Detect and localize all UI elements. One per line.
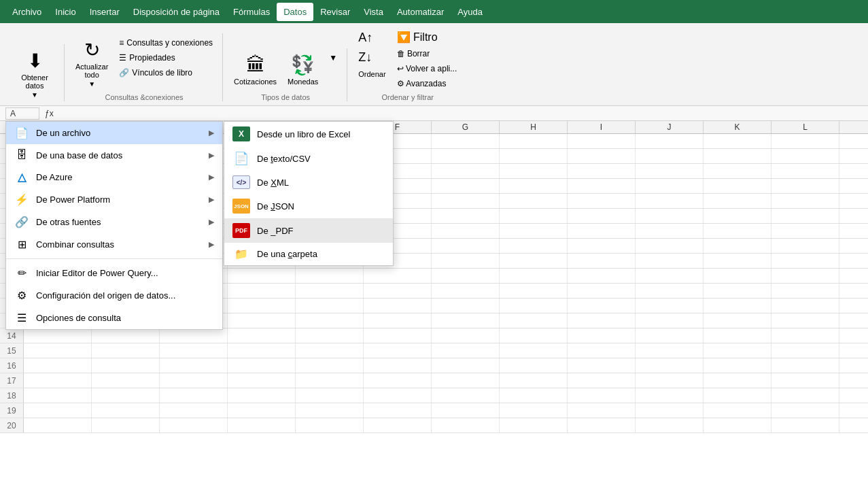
menu-item-configuracion-origen[interactable]: ⚙ Configuración del origen de datos... [6, 284, 222, 307]
opciones-icon: ☰ [14, 311, 29, 324]
de-pdf-label: De _PDF [257, 226, 293, 236]
azure-icon: △ [14, 171, 29, 184]
combinar-label: Combinar consultas [36, 239, 114, 250]
menu-insertar[interactable]: Insertar [83, 3, 126, 21]
carpeta-icon: 📁 [232, 248, 250, 260]
iniciar-editor-label: Iniciar Editor de Power Query... [36, 268, 158, 278]
vinculos-label: Vínculos de libro [132, 68, 192, 78]
menu-item-de-base-datos[interactable]: 🗄 De una base de datos ▶ [6, 144, 222, 166]
consultas-group-label: Consultas &conexiones [105, 90, 184, 101]
consultas-conexiones-button[interactable]: ≡ Consultas y conexiones [115, 36, 217, 50]
menu-datos[interactable]: Datos [277, 3, 313, 21]
menu-item-opciones-consulta[interactable]: ☰ Opciones de consulta [6, 307, 222, 329]
vinculos-icon: 🔗 [119, 68, 129, 78]
base-datos-arrow: ▶ [209, 151, 214, 160]
texto-csv-icon: 📄 [232, 151, 250, 166]
col-l: L [771, 121, 839, 133]
ordenar-az-button[interactable]: A↑ [354, 29, 389, 47]
ribbon-group-ordenar: A↑ Z↓ Ordenar 🔽 Filtro 🗑 Borrar ↩ Volver… [349, 26, 466, 101]
borrar-button[interactable]: 🗑 Borrar [393, 47, 462, 61]
consultas-icon: ≡ [119, 38, 124, 48]
main-area: A B C D E F G H I J K L 1 2 3 4 5 6 7 8 … [0, 121, 868, 433]
avanzadas-button[interactable]: ⚙ Avanzadas [393, 77, 462, 90]
menu-archivo[interactable]: Archivo [5, 3, 48, 21]
table-row: 14 [0, 328, 868, 343]
monedas-button[interactable]: 💱 Monedas [283, 51, 322, 88]
monedas-icon: 💱 [291, 54, 315, 76]
menu-item-de-una-carpeta[interactable]: 📁 De una carpeta [224, 243, 393, 265]
configuracion-origen-label: Configuración del origen de datos... [36, 290, 175, 301]
menu-disposicion[interactable]: Disposición de página [126, 3, 226, 21]
propiedades-icon: ☰ [119, 53, 126, 63]
json-icon: JSON [232, 199, 250, 214]
dropdown-l1-menu: 📄 De un archivo ▶ X Desde un libro de Ex… [5, 121, 223, 330]
col-h: H [500, 121, 568, 133]
obtener-datos-button[interactable]: ⬇ Obtenerdatos ▼ [11, 47, 58, 101]
dropdown-divider-1 [6, 258, 222, 259]
desde-libro-excel-label: Desde un libro de Excel [257, 129, 350, 139]
table-row: 16 [0, 358, 868, 373]
cotizaciones-button[interactable]: 🏛 Cotizaciones [230, 51, 281, 88]
menu-item-de-un-archivo[interactable]: 📄 De un archivo ▶ X Desde un libro de Ex… [6, 122, 222, 144]
menu-formulas[interactable]: Fórmulas [226, 3, 277, 21]
actualizar-todo-button[interactable]: ↻ Actualizartodo ▼ [71, 36, 112, 90]
ribbon-group-actualizar: ↻ Actualizartodo ▼ ≡ Consultas y conexio… [66, 33, 223, 101]
menu-vista[interactable]: Vista [357, 3, 390, 21]
xml-icon: </> [232, 175, 250, 189]
cell-name-box[interactable]: A [5, 107, 39, 120]
otras-fuentes-label: De otras fuentes [36, 217, 101, 227]
table-row: 15 [0, 343, 868, 358]
menu-inicio[interactable]: Inicio [48, 3, 82, 21]
tipos-expand-button[interactable]: ▼ [325, 51, 341, 65]
ordenar-za-button[interactable]: Z↓ [354, 48, 389, 67]
power-platform-icon: ⚡ [14, 193, 29, 206]
de-xml-label: De XML [257, 177, 289, 188]
ribbon: ⬇ Obtenerdatos ▼ ↻ Actualizartodo ▼ ≡ Co… [0, 23, 868, 106]
menu-item-de-xml[interactable]: </> De XML [224, 171, 393, 194]
otras-fuentes-arrow: ▶ [209, 218, 214, 226]
menu-item-iniciar-editor[interactable]: ✏ Iniciar Editor de Power Query... [6, 262, 222, 284]
power-platform-label: De Power Platform [36, 194, 110, 205]
volver-aplicar-button[interactable]: ↩ Volver a apli... [393, 62, 462, 75]
row-num-14: 14 [0, 328, 24, 343]
row-num-15: 15 [0, 343, 24, 358]
consultas-label: Consultas y conexiones [126, 38, 213, 48]
tipos-group-label: Tipos de datos [261, 90, 310, 101]
obtener-datos-dropdown-arrow: ▼ [31, 91, 38, 99]
menu-item-de-azure[interactable]: △ De Azure ▶ [6, 166, 222, 188]
row-num-20: 20 [0, 418, 24, 433]
table-row: 19 [0, 403, 868, 418]
ordenar-group-label: Ordenar y filtrar [382, 90, 434, 101]
filtro-button[interactable]: 🔽 Filtro [393, 29, 462, 46]
azure-arrow: ▶ [209, 173, 214, 182]
vinculos-libro-button[interactable]: 🔗 Vínculos de libro [115, 66, 217, 80]
menu-item-de-otras-fuentes[interactable]: 🔗 De otras fuentes ▶ [6, 211, 222, 233]
menu-automatizar[interactable]: Automatizar [390, 3, 451, 21]
ordenar-button[interactable]: Ordenar [354, 68, 389, 80]
menu-item-combinar-consultas[interactable]: ⊞ Combinar consultas ▶ [6, 233, 222, 256]
pdf-icon: PDF [232, 223, 250, 238]
actualizar-label: Actualizartodo [75, 63, 108, 79]
actualizar-arrow: ▼ [88, 80, 95, 88]
monedas-label: Monedas [288, 78, 318, 86]
menu-item-de-json[interactable]: JSON De JSON [224, 194, 393, 218]
menu-item-de-texto-csv[interactable]: 📄 De texto/CSV [224, 146, 393, 171]
obtener-datos-label: Obtenerdatos [21, 73, 48, 90]
dropdown-l2-menu: X Desde un libro de Excel 📄 De texto/CSV… [224, 121, 394, 266]
menu-item-de-power-platform[interactable]: ⚡ De Power Platform ▶ [6, 188, 222, 211]
col-g: G [432, 121, 500, 133]
table-row: 18 [0, 388, 868, 403]
archivo-icon: 📄 [14, 126, 29, 139]
editor-icon: ✏ [14, 267, 29, 280]
de-json-label: De JSON [257, 201, 294, 211]
otras-fuentes-icon: 🔗 [14, 216, 29, 228]
ordenar-za-icon: Z↓ [358, 50, 372, 65]
menu-ayuda[interactable]: Ayuda [451, 3, 489, 21]
propiedades-button[interactable]: ☰ Propiedades [115, 51, 217, 65]
menu-item-de-pdf[interactable]: PDF De _PDF [224, 218, 393, 243]
formula-bar-icon: ƒx [45, 109, 54, 118]
menu-revisar[interactable]: Revisar [313, 3, 357, 21]
menu-item-desde-libro-excel[interactable]: X Desde un libro de Excel [224, 122, 393, 146]
row-num-18: 18 [0, 388, 24, 403]
ordenar-az-icon: A↑ [358, 31, 372, 45]
